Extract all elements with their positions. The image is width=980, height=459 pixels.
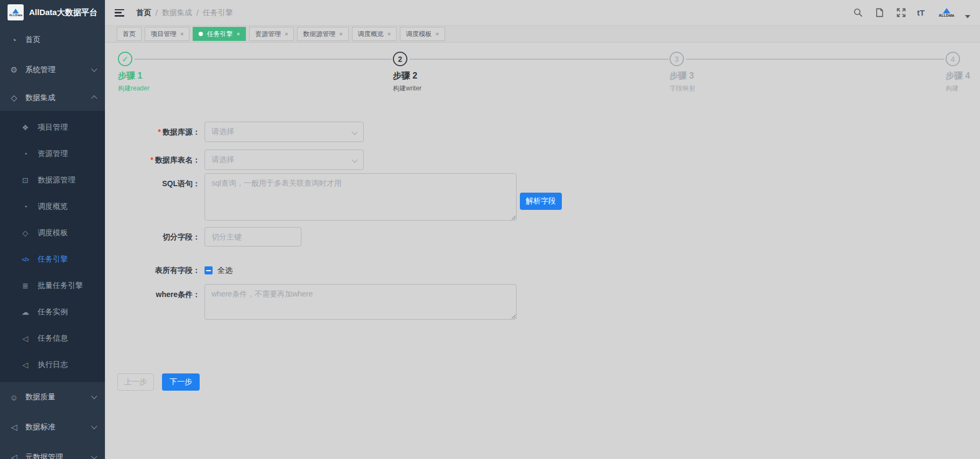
send-icon: ◁ [20,334,31,343]
chevron-down-icon[interactable] [965,15,970,18]
avatar-logo-triangle-icon [943,8,950,13]
step-connector [686,59,944,60]
step3-title: 步骤 3 [669,70,694,82]
tab-label: 项目管理 [151,30,177,39]
select-placeholder: 请选择 [211,155,234,165]
sidebar-item-home[interactable]: ◔ 首页 [0,25,105,55]
open-tabs-bar: 首页 项目管理 × 任务引擎 × 资源管理 × 数据源管理 × 调度概览 × 调… [105,26,980,43]
breadcrumb-integration[interactable]: 数据集成 [162,8,192,18]
prev-step-button[interactable]: 上一步 [117,373,154,391]
sidebar-item-schedule-template[interactable]: ◇ 调度模板 [0,220,105,246]
tab-home[interactable]: 首页 [117,27,142,41]
where-textarea[interactable] [205,284,517,320]
close-icon[interactable]: × [387,31,391,37]
dashboard-icon: ◔ [20,202,31,211]
split-field-input[interactable] [205,227,301,246]
logo-triangle-icon [12,9,19,13]
sidebar-item-batch-task-engine[interactable]: ≣ 批量任务引擎 [0,272,105,299]
text-size-icon[interactable]: tT [917,8,925,17]
sidebar-item-schedule-overview[interactable]: ◔ 调度概览 [0,193,105,220]
db-table-select[interactable]: 请选择 [205,150,364,170]
sidebar-group-label: 数据质量 [25,392,55,402]
grid-icon: ❖ [20,123,31,132]
dashboard-icon: ◔ [20,150,31,158]
sidebar-collapse-icon[interactable] [115,9,124,17]
sidebar-item-label: 调度概览 [38,202,68,211]
top-header: 首页 / 数据集成 / 任务引擎 tT ALLData [105,0,980,26]
sidebar-item-task-instance[interactable]: ☁ 任务实例 [0,299,105,325]
sidebar-item-project-mgmt[interactable]: ❖ 项目管理 [0,114,105,140]
tab-datasource-mgmt[interactable]: 数据源管理 × [297,27,348,41]
app-title: AllData大数据平台 [29,8,97,18]
sidebar-group-label: 系统管理 [25,65,55,75]
tab-schedule-template[interactable]: 调度模板 × [400,27,445,41]
sidebar-group-system[interactable]: ⚙ 系统管理 [0,55,105,85]
step2-title: 步骤 2 [393,70,417,82]
db-source-select[interactable]: 请选择 [205,122,364,142]
db-table-label: *数据库表名： [108,150,200,170]
active-tab-dot [199,32,203,36]
select-all-checkbox-label[interactable]: 全选 [217,266,232,276]
sidebar-group-metadata[interactable]: ◁ 元数据管理 [0,442,105,459]
tab-project-mgmt[interactable]: 项目管理 × [145,27,189,41]
close-icon[interactable]: × [285,31,288,37]
sql-textarea[interactable] [205,173,517,221]
tab-label: 调度模板 [406,30,432,39]
step4-subtitle: 构建 [946,84,958,93]
cube-icon: ◇ [9,93,19,103]
sidebar-item-task-engine[interactable]: </> 任务引擎 [0,246,105,272]
sidebar-group-integration[interactable]: ◇ 数据集成 [0,85,105,111]
chevron-down-icon [92,424,96,428]
sidebar-item-resource-mgmt[interactable]: ◔ 资源管理 [0,140,105,167]
step1-subtitle: 构建reader [118,84,150,93]
step-number: 2 [398,55,403,63]
logo-mini-text: ALLData [9,13,23,17]
close-icon[interactable]: × [236,31,239,37]
where-label: where条件： [108,284,200,305]
sidebar-group-data-quality[interactable]: ☺ 数据质量 [0,382,105,412]
next-step-button[interactable]: 下一步 [162,373,200,391]
sidebar-item-datasource-mgmt[interactable]: ⊡ 数据源管理 [0,167,105,193]
sidebar-group-label: 元数据管理 [25,453,63,459]
user-avatar[interactable]: ALLData [939,8,954,17]
sidebar-item-label: 项目管理 [38,123,68,132]
sidebar-item-exec-log[interactable]: ◁ 执行日志 [0,351,105,378]
required-asterisk: * [151,156,153,164]
sidebar-item-label: 任务引擎 [38,255,68,264]
parse-fields-button[interactable]: 解析字段 [520,193,562,210]
step4-number-circle: 4 [946,52,960,66]
step2-number-circle: 2 [393,52,407,66]
close-icon[interactable]: × [180,31,184,37]
close-icon[interactable]: × [435,31,439,37]
send-icon: ◁ [9,422,19,432]
tab-task-engine[interactable]: 任务引擎 × [193,27,245,41]
tab-label: 资源管理 [255,30,281,39]
tab-schedule-overview[interactable]: 调度概览 × [352,27,397,41]
close-icon[interactable]: × [339,31,342,37]
alldata-logo-icon: ALLData [8,4,24,20]
check-icon: ✓ [122,54,129,64]
step-number: 4 [951,55,955,63]
document-icon[interactable] [874,8,885,18]
chevron-down-icon [352,130,357,134]
avatar-logo-text: ALLData [939,13,954,17]
search-icon[interactable] [852,8,863,18]
breadcrumb: 首页 / 数据集成 / 任务引擎 [136,8,233,18]
select-placeholder: 请选择 [211,127,234,137]
tab-resource-mgmt[interactable]: 资源管理 × [249,27,294,41]
required-asterisk: * [158,128,161,136]
tab-label: 任务引擎 [207,30,232,39]
sidebar-group-label: 数据集成 [25,93,55,103]
user-icon: ☺ [9,393,19,402]
tab-label: 首页 [123,30,136,39]
sidebar-item-label: 数据源管理 [38,175,75,185]
step1-title: 步骤 1 [118,70,142,82]
fullscreen-icon[interactable] [896,8,906,18]
dashboard-icon: ◔ [9,36,19,45]
sidebar-group-data-standard[interactable]: ◁ 数据标准 [0,412,105,442]
breadcrumb-home[interactable]: 首页 [136,8,151,18]
select-all-checkbox[interactable] [205,266,213,274]
label-text: SQL语句： [162,179,200,188]
sidebar-item-task-info[interactable]: ◁ 任务信息 [0,325,105,351]
step-connector [135,59,392,60]
